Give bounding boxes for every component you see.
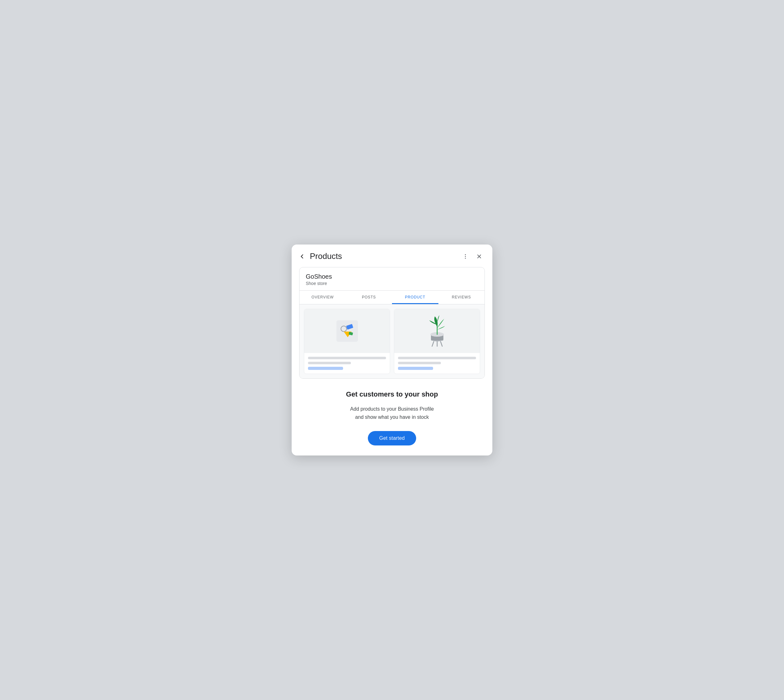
- product-card-1[interactable]: [304, 309, 390, 374]
- dialog-body: Get customers to your shop Add products …: [292, 379, 492, 456]
- header-actions: [460, 251, 485, 262]
- sub-text: Add products to your Business Profileand…: [302, 405, 482, 421]
- business-name: GoShoes: [306, 273, 478, 280]
- tabs-bar: OVERVIEW POSTS PRODUCT REVIEWS: [300, 291, 484, 304]
- products-grid: [300, 304, 484, 378]
- product-image-1: [304, 309, 390, 353]
- close-button[interactable]: [474, 251, 485, 262]
- business-info: GoShoes Shoe store: [300, 267, 484, 291]
- skeleton-title-1: [308, 357, 386, 359]
- svg-line-14: [440, 342, 442, 346]
- main-heading: Get customers to your shop: [302, 390, 482, 399]
- get-started-button[interactable]: Get started: [368, 431, 416, 445]
- more-options-button[interactable]: [460, 251, 471, 262]
- products-dialog: Products GoShoes Shoe store: [292, 245, 492, 456]
- skeleton-cta-1: [308, 367, 343, 370]
- tab-overview[interactable]: OVERVIEW: [300, 291, 346, 304]
- svg-rect-5: [336, 320, 357, 342]
- dialog-header: Products: [292, 245, 492, 267]
- tab-product[interactable]: PRODUCT: [392, 291, 439, 304]
- skeleton-price-2: [398, 362, 441, 364]
- svg-point-0: [465, 254, 466, 255]
- svg-point-2: [465, 258, 466, 258]
- tab-reviews[interactable]: REVIEWS: [439, 291, 485, 304]
- tab-posts[interactable]: POSTS: [346, 291, 392, 304]
- product-info-2: [394, 353, 480, 374]
- product-image-2: [394, 309, 480, 353]
- business-type: Shoe store: [306, 281, 478, 286]
- skeleton-price-1: [308, 362, 351, 364]
- skeleton-title-2: [398, 357, 476, 359]
- svg-line-13: [432, 342, 434, 346]
- page-title: Products: [310, 252, 460, 261]
- svg-point-1: [465, 256, 466, 257]
- back-button[interactable]: [297, 251, 307, 262]
- product-info-1: [304, 353, 390, 374]
- business-card: GoShoes Shoe store OVERVIEW POSTS PRODUC…: [299, 267, 485, 379]
- skeleton-cta-2: [398, 367, 433, 370]
- product-card-2[interactable]: [394, 309, 480, 374]
